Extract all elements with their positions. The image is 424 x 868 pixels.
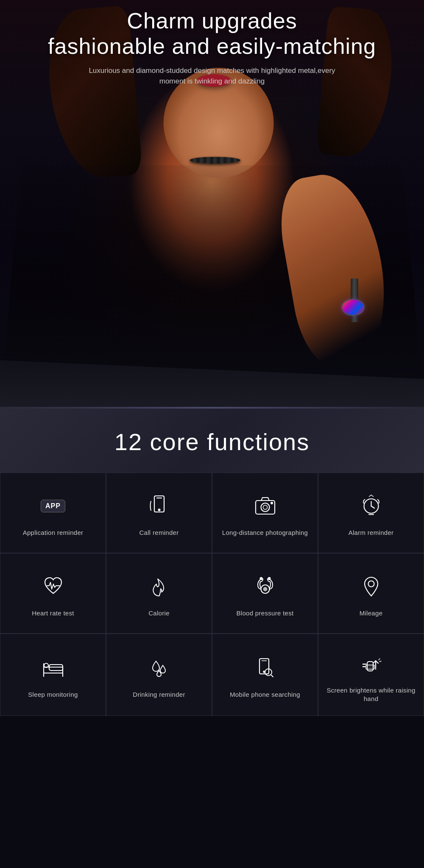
mobile-search-svg [254, 656, 277, 679]
feature-label-drinking: Drinking reminder [133, 690, 185, 699]
feature-label-heart-rate: Heart rate test [32, 609, 74, 618]
phone-icon [144, 491, 174, 521]
watch-body [341, 299, 365, 316]
raise-hand-icon [356, 649, 386, 679]
feature-sleep: Sleep monitoring [0, 634, 106, 716]
water-svg [148, 656, 171, 679]
feature-label-long-distance: Long-distance photographing [222, 529, 308, 537]
feature-blood-pressure: Blood pressure test [212, 553, 318, 634]
feature-label-call-reminder: Call reminder [139, 529, 179, 537]
features-grid: APP Application reminder Call reminder [0, 473, 424, 716]
flame-svg [148, 575, 171, 598]
location-icon [356, 572, 386, 601]
feature-app-reminder: APP Application reminder [0, 473, 106, 553]
feature-long-distance-photo: Long-distance photographing [212, 473, 318, 553]
hero-subtitle: Luxurious and diamond-studded design mat… [85, 65, 339, 87]
sleep-svg [42, 656, 65, 679]
sleep-icon [38, 653, 68, 683]
svg-point-2 [158, 509, 160, 511]
blood-pressure-svg [254, 575, 277, 598]
svg-line-31 [379, 659, 380, 660]
feature-mobile-search: Mobile phone searching [212, 634, 318, 716]
functions-section: 12 core functions APP Application remind… [0, 407, 424, 716]
feature-label-app-reminder: Application reminder [23, 529, 84, 537]
hero-title: Charm upgrades fashionable and easily-ma… [0, 8, 424, 59]
hero-text-block: Charm upgrades fashionable and easily-ma… [0, 0, 424, 87]
watch-band-top [351, 278, 358, 302]
camera-icon [250, 491, 280, 521]
feature-alarm-reminder: Alarm reminder [318, 473, 424, 553]
functions-header: 12 core functions [0, 407, 424, 473]
svg-line-26 [271, 675, 273, 677]
water-icon [144, 653, 174, 683]
mobile-search-icon [250, 653, 280, 683]
alarm-icon [356, 491, 386, 521]
functions-title: 12 core functions [8, 428, 416, 456]
feature-mileage: Mileage [318, 553, 424, 634]
flame-icon [144, 572, 174, 601]
svg-line-32 [379, 661, 381, 662]
feature-raise-hand: Screen brightens while raising hand [318, 634, 424, 716]
feature-label-calorie: Calorie [148, 609, 170, 618]
svg-point-13 [260, 578, 262, 580]
app-icon: APP [38, 491, 68, 521]
svg-point-15 [368, 581, 374, 587]
feature-drinking: Drinking reminder [106, 634, 212, 716]
alarm-svg [360, 494, 383, 517]
svg-point-6 [271, 502, 273, 504]
svg-line-9 [371, 506, 374, 508]
feature-call-reminder: Call reminder [106, 473, 212, 553]
svg-point-5 [263, 505, 267, 509]
feature-label-raise-hand: Screen brightens while raising hand [325, 686, 417, 703]
heart-svg [42, 575, 65, 598]
feature-calorie: Calorie [106, 553, 212, 634]
feature-label-mileage: Mileage [360, 609, 383, 618]
svg-point-4 [261, 503, 269, 512]
watch-screen [342, 300, 364, 315]
feature-label-sleep: Sleep monitoring [28, 690, 78, 699]
phone-svg [148, 494, 171, 517]
svg-point-14 [268, 578, 270, 580]
raise-hand-svg [360, 652, 383, 676]
feature-heart-rate: Heart rate test [0, 553, 106, 634]
feature-label-blood-pressure: Blood pressure test [237, 609, 294, 618]
feature-label-alarm: Alarm reminder [349, 529, 394, 537]
svg-rect-30 [366, 665, 374, 669]
blood-pressure-icon [250, 572, 280, 601]
hero-section: Charm upgrades fashionable and easily-ma… [0, 0, 424, 407]
feature-label-mobile-search: Mobile phone searching [230, 690, 300, 699]
location-svg [360, 575, 383, 598]
heart-icon [38, 572, 68, 601]
necklace [190, 157, 240, 164]
svg-point-12 [263, 587, 267, 591]
camera-svg [254, 494, 277, 517]
